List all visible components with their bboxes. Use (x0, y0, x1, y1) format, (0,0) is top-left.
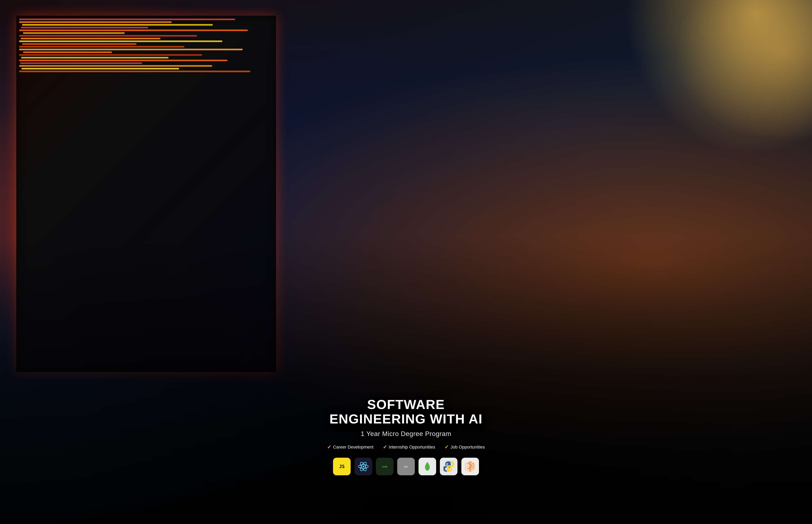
warm-light-effect (528, 0, 812, 262)
node-logo-text: node (382, 465, 387, 468)
feature-job: ✓ Job Opportunities (444, 444, 485, 450)
hero-section: SOFTWARE ENGINEERING WITH AI 1 Year Micr… (0, 0, 812, 524)
tech-icon-express: ex (397, 458, 415, 475)
feature-career: ✓ Career Development (327, 444, 374, 450)
express-logo-text: ex (404, 464, 408, 469)
react-atom-svg (358, 461, 369, 472)
features-list: ✓ Career Development ✓ Internship Opport… (318, 444, 494, 450)
feature-internship-label: Internship Opportunities (389, 445, 435, 450)
tech-stack-row: JS node ex (318, 458, 494, 475)
svg-point-3 (362, 466, 364, 468)
feature-career-label: Career Development (333, 445, 374, 450)
svg-point-5 (446, 463, 448, 465)
check-icon-career: ✓ (327, 444, 331, 450)
tech-icon-nodejs: node (376, 458, 393, 475)
tech-icon-tensorflow (461, 458, 479, 475)
main-content: SOFTWARE ENGINEERING WITH AI 1 Year Micr… (318, 397, 494, 475)
tech-icon-mongodb (419, 458, 436, 475)
check-icon-internship: ✓ (383, 444, 387, 450)
js-logo-text: JS (339, 464, 345, 469)
page-title: SOFTWARE ENGINEERING WITH AI (318, 397, 494, 426)
mongodb-leaf-svg (423, 462, 432, 471)
tech-icon-python (440, 458, 457, 475)
tensorflow-logo-svg (464, 461, 476, 472)
svg-point-6 (450, 468, 451, 470)
check-icon-job: ✓ (444, 444, 449, 450)
feature-job-label: Job Opportunities (451, 445, 485, 450)
program-subtitle: 1 Year Micro Degree Program (318, 430, 494, 438)
tech-icon-react (355, 458, 372, 475)
bottom-fade (0, 236, 812, 524)
tech-icon-javascript: JS (333, 458, 351, 475)
python-logo-svg (443, 461, 455, 472)
feature-internship: ✓ Internship Opportunities (383, 444, 435, 450)
